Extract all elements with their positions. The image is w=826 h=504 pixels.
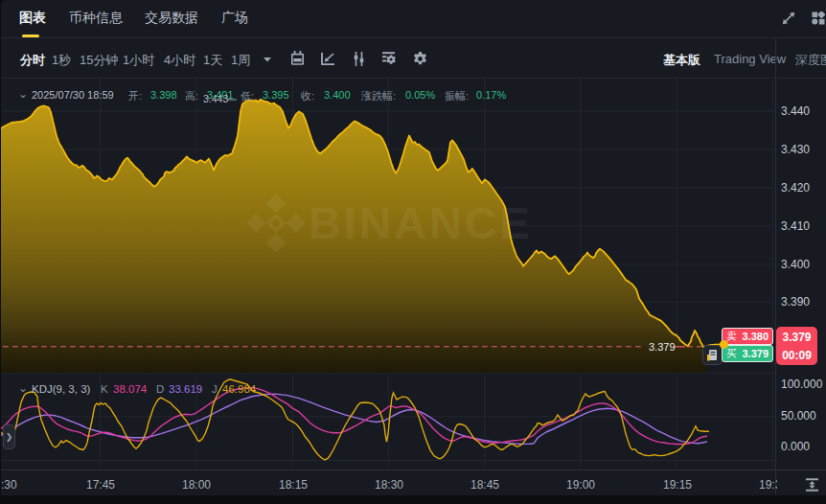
- svg-text:BINANCE: BINANCE: [309, 197, 533, 248]
